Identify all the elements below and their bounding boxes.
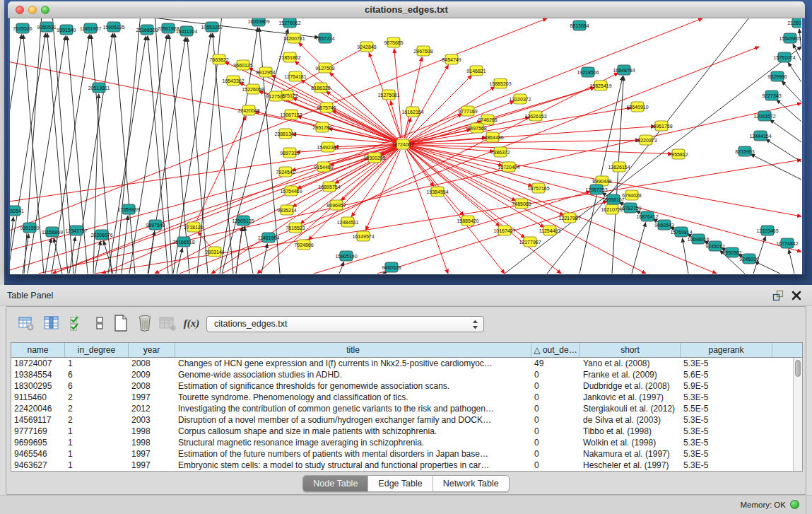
table-row[interactable]: 911546021997Tourette syndrome. Phenomeno… bbox=[11, 392, 793, 403]
column-header-year[interactable]: year bbox=[129, 343, 175, 357]
graph-node[interactable]: 19384554 bbox=[426, 187, 448, 197]
table-row[interactable]: 977716911998Corpus callosum shape and si… bbox=[11, 426, 793, 437]
graph-node[interactable]: 15549805 bbox=[779, 33, 801, 43]
graph-node[interactable]: 15275081 bbox=[377, 90, 399, 100]
graph-node[interactable]: 12484511 bbox=[337, 217, 359, 227]
table-row[interactable]: 1830029562008Estimation of significance … bbox=[11, 380, 793, 392]
graph-node[interactable]: 7857224 bbox=[315, 33, 334, 43]
graph-node[interactable]: 11254493 bbox=[539, 226, 561, 235]
graph-node[interactable]: 12103465 bbox=[756, 226, 778, 235]
function-builder-icon[interactable]: f(x) bbox=[182, 313, 201, 333]
citation-network-graph[interactable]: 1872400797771699746266949756823864486738… bbox=[10, 18, 801, 274]
window-titlebar[interactable]: citations_edges.txt bbox=[8, 1, 805, 18]
graph-node[interactable]: 7924541 bbox=[276, 167, 295, 177]
graph-node[interactable]: 9350541 bbox=[10, 206, 24, 216]
table-row[interactable]: 946554611997Estimation of the future num… bbox=[11, 448, 793, 460]
graph-edge bbox=[612, 76, 623, 274]
graph-node[interactable]: 10553267 bbox=[201, 22, 223, 32]
delete-table-icon[interactable] bbox=[158, 313, 177, 333]
graph-node[interactable]: 9329966 bbox=[767, 71, 787, 81]
graph-node[interactable]: 17359939 bbox=[117, 204, 139, 214]
tab-edge-table[interactable]: Edge Table bbox=[368, 476, 433, 491]
table-selector[interactable]: citations_edges.txt bbox=[206, 316, 484, 332]
memory-indicator[interactable]: Memory: OK bbox=[740, 500, 799, 509]
delete-trash-icon[interactable] bbox=[135, 313, 155, 333]
graph-node[interactable]: 9146821 bbox=[466, 66, 486, 76]
column-header-title[interactable]: title bbox=[175, 343, 531, 357]
column-header-name[interactable]: name bbox=[11, 343, 65, 357]
column-header-out_de[interactable]: △ out_de… bbox=[531, 343, 580, 357]
graph-node[interactable]: 18757165 bbox=[527, 183, 549, 193]
column-header-in_degree[interactable]: in_degree bbox=[65, 343, 129, 357]
panel-float-icon[interactable] bbox=[772, 290, 784, 301]
graph-node[interactable]: 9391559 bbox=[20, 223, 39, 233]
graph-node[interactable]: 15226058 bbox=[242, 84, 264, 94]
graph-node[interactable]: 16149574 bbox=[352, 231, 374, 241]
graph-node[interactable]: 18640910 bbox=[626, 102, 648, 112]
graph-node[interactable]: 2718126 bbox=[184, 222, 203, 232]
graph-node[interactable]: 7615526 bbox=[13, 23, 32, 33]
tab-node-table[interactable]: Node Table bbox=[303, 476, 368, 491]
table-row[interactable]: 1872400712008Changes of HCN gene express… bbox=[11, 358, 793, 369]
row-height-icon[interactable] bbox=[90, 313, 110, 333]
graph-node[interactable]: 12177987 bbox=[519, 237, 541, 247]
graph-node[interactable]: 16961758 bbox=[650, 121, 672, 131]
graph-node[interactable]: 13220372 bbox=[509, 94, 531, 104]
graph-node[interactable]: 15905135 bbox=[102, 22, 124, 32]
graph-node[interactable]: 16648784 bbox=[613, 65, 635, 75]
panel-close-icon[interactable] bbox=[791, 290, 802, 301]
vertical-scrollbar[interactable] bbox=[793, 358, 802, 471]
graph-node[interactable]: 9127508 bbox=[315, 63, 334, 73]
table-row[interactable]: 1456911722003Disruption of a novel membe… bbox=[11, 414, 793, 426]
graph-node[interactable]: 7386372 bbox=[490, 147, 510, 157]
graph-node[interactable]: 9897548 bbox=[146, 220, 165, 230]
graph-node[interactable]: 21851862 bbox=[278, 52, 300, 62]
table-row[interactable]: 969969511998Structural magnetic resonanc… bbox=[11, 437, 793, 448]
graph-node[interactable]: 9897319 bbox=[280, 148, 299, 158]
graph-node[interactable]: 9227343 bbox=[762, 90, 781, 100]
table-settings-icon[interactable] bbox=[16, 313, 36, 333]
graph-node[interactable]: 11451937 bbox=[80, 23, 102, 33]
graph-node[interactable]: 15885203 bbox=[489, 78, 511, 88]
graph-node[interactable]: 21260650 bbox=[787, 18, 801, 28]
select-columns-icon[interactable] bbox=[67, 313, 87, 333]
network-canvas[interactable]: 1872400797771699746266949756823864486738… bbox=[10, 18, 802, 274]
graph-node[interactable]: 7955812 bbox=[669, 149, 688, 159]
graph-node[interactable]: 20513811 bbox=[88, 83, 110, 93]
graph-edge bbox=[10, 217, 13, 274]
graph-node[interactable]: 23881342 bbox=[274, 129, 296, 139]
graph-node[interactable]: 2951786 bbox=[312, 122, 331, 132]
graph-node[interactable]: 8813054 bbox=[570, 21, 589, 30]
graph-node[interactable]: 16774842 bbox=[776, 238, 798, 248]
graph-node[interactable]: 16162154 bbox=[401, 107, 423, 117]
table-row[interactable]: 946362711997Embryonic stem cells: a mode… bbox=[11, 460, 793, 471]
graph-node[interactable]: 13626154 bbox=[608, 162, 630, 172]
graph-node[interactable]: 25166518 bbox=[172, 237, 194, 247]
graph-node[interactable]: 9391549 bbox=[57, 25, 76, 35]
graph-node[interactable]: 15905140 bbox=[335, 251, 357, 261]
table-column-icon[interactable] bbox=[42, 313, 61, 333]
graph-node[interactable]: 9460528 bbox=[382, 262, 401, 272]
graph-node[interactable]: 9875685 bbox=[384, 37, 403, 47]
graph-node[interactable]: 19218506 bbox=[577, 67, 599, 77]
graph-node[interactable]: 6794028 bbox=[622, 190, 641, 200]
graph-node[interactable]: 12444154 bbox=[749, 131, 771, 141]
column-header-short[interactable]: short bbox=[580, 343, 681, 357]
table-row[interactable]: 1938455462009Genome-wide association stu… bbox=[11, 369, 793, 380]
scrollbar-thumb[interactable] bbox=[795, 360, 801, 377]
graph-node[interactable]: 15276062 bbox=[278, 18, 300, 28]
graph-node[interactable]: 2967608 bbox=[413, 46, 433, 56]
graph-node[interactable]: 12754181 bbox=[284, 71, 306, 81]
column-header-pagerank[interactable]: pagerank bbox=[681, 343, 772, 357]
graph-node[interactable]: 12093572 bbox=[753, 111, 775, 121]
graph-node[interactable]: 13626153 bbox=[524, 111, 546, 121]
tab-network-table[interactable]: Network Table bbox=[433, 476, 509, 491]
graph-node[interactable]: 8454749 bbox=[442, 54, 461, 64]
graph-node[interactable]: 8186328 bbox=[311, 83, 330, 93]
graph-node[interactable]: 16053809 bbox=[247, 18, 269, 26]
graph-node[interactable]: 13825419 bbox=[589, 81, 611, 90]
graph-node[interactable]: 16543362 bbox=[222, 76, 244, 86]
new-document-icon[interactable] bbox=[111, 313, 131, 333]
graph-node[interactable]: 11156869 bbox=[42, 227, 63, 237]
table-row[interactable]: 2242004622012Investigating the contribut… bbox=[11, 403, 793, 414]
